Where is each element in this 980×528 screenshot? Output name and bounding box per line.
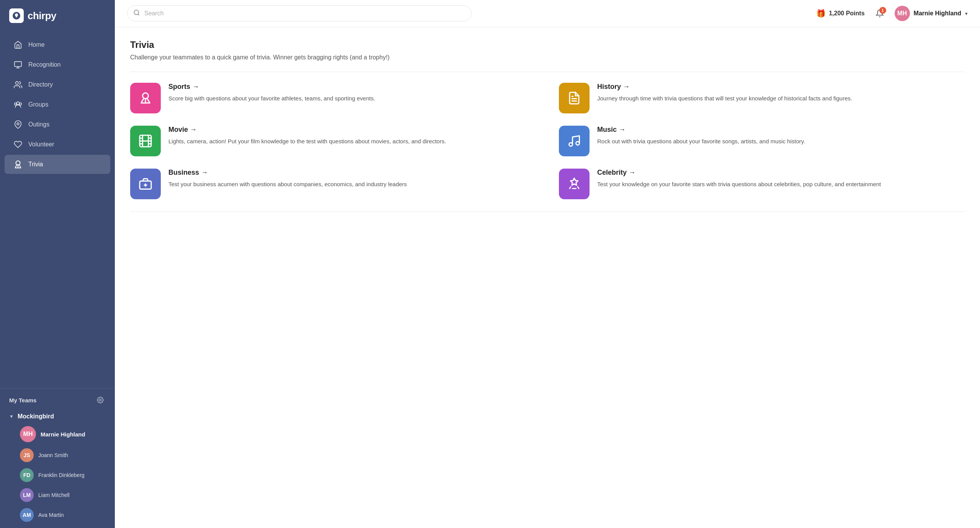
sidebar-item-recognition[interactable]: Recognition xyxy=(5,55,110,74)
sports-desc: Score big with questions about your favo… xyxy=(168,94,536,103)
logo-text: chirpy xyxy=(28,10,56,22)
music-title: Music → xyxy=(597,126,965,134)
svg-point-12 xyxy=(143,93,149,99)
my-teams-header: My Teams xyxy=(9,395,106,405)
header-right: 🎁 1,200 Points 1 MH Marnie Highland ▾ xyxy=(816,6,968,21)
logo[interactable]: chirpy xyxy=(0,0,115,31)
sidebar-label-directory: Directory xyxy=(28,81,53,88)
business-title: Business → xyxy=(168,169,536,177)
trivia-icon xyxy=(14,160,22,169)
profile-name: Marnie Highland xyxy=(914,10,961,17)
sidebar-item-home[interactable]: Home xyxy=(5,35,110,54)
svg-line-11 xyxy=(138,14,139,15)
avatar-liam: LM xyxy=(20,488,34,502)
avatar-marnie: MH xyxy=(20,426,36,442)
music-info: Music → Rock out with trivia questions a… xyxy=(597,126,965,146)
search-icon xyxy=(133,9,140,18)
business-desc: Test your business acumen with questions… xyxy=(168,180,536,189)
member-name-marnie: Marnie Highland xyxy=(41,431,85,438)
svg-point-10 xyxy=(134,10,139,15)
celebrity-title: Celebrity → xyxy=(597,169,965,177)
movie-title: Movie → xyxy=(168,126,536,134)
bottom-divider xyxy=(130,212,965,212)
celebrity-icon xyxy=(559,169,590,199)
main-area: 🎁 1,200 Points 1 MH Marnie Highland ▾ Tr… xyxy=(115,0,980,528)
category-history[interactable]: History → Journey through time with triv… xyxy=(559,83,965,113)
team-member-franklin[interactable]: FD Franklin Dinkleberg xyxy=(9,465,106,485)
sidebar-item-trivia[interactable]: Trivia xyxy=(5,155,110,174)
chevron-down-icon: ▼ xyxy=(9,414,14,419)
my-teams-section: My Teams ▼ Mockingbird MH Marnie Highlan… xyxy=(0,388,115,528)
sidebar-item-volunteer[interactable]: Volunteer xyxy=(5,135,110,154)
category-sports[interactable]: Sports → Score big with questions about … xyxy=(130,83,536,113)
sidebar-item-directory[interactable]: Directory xyxy=(5,75,110,94)
header: 🎁 1,200 Points 1 MH Marnie Highland ▾ xyxy=(115,0,980,27)
home-icon xyxy=(14,41,22,49)
groups-icon xyxy=(14,100,22,109)
music-desc: Rock out with trivia questions about you… xyxy=(597,137,965,146)
team-member-joann[interactable]: JS Joann Smith xyxy=(9,445,106,465)
gift-icon: 🎁 xyxy=(816,9,826,18)
page-content: Trivia Challenge your teammates to a qui… xyxy=(115,27,980,528)
directory-icon xyxy=(14,80,22,89)
sidebar-nav: Home Recognition Directory Groups xyxy=(0,31,115,388)
recognition-icon xyxy=(14,61,22,69)
member-name-joann: Joann Smith xyxy=(38,452,68,458)
category-grid: Sports → Score big with questions about … xyxy=(130,83,965,199)
team-member-marnie[interactable]: MH Marnie Highland xyxy=(9,423,106,445)
gear-button[interactable] xyxy=(95,395,106,405)
avatar-joann: JS xyxy=(20,448,34,462)
movie-icon xyxy=(130,126,161,156)
notification-button[interactable]: 1 xyxy=(872,6,887,21)
page-title: Trivia xyxy=(130,39,965,50)
points-text: 1,200 Points xyxy=(829,10,864,17)
team-member-ava[interactable]: AM Ava Martin xyxy=(9,505,106,525)
svg-point-24 xyxy=(569,143,573,146)
celebrity-desc: Test your knowledge on your favorite sta… xyxy=(597,180,965,189)
profile-avatar: MH xyxy=(895,6,910,21)
sports-title: Sports → xyxy=(168,83,536,91)
sidebar-label-trivia: Trivia xyxy=(28,161,43,168)
sidebar-item-groups[interactable]: Groups xyxy=(5,95,110,114)
history-desc: Journey through time with trivia questio… xyxy=(597,94,965,103)
sidebar-label-groups: Groups xyxy=(28,101,48,108)
sidebar-label-volunteer: Volunteer xyxy=(28,141,54,148)
member-name-franklin: Franklin Dinkleberg xyxy=(38,472,85,478)
sidebar-label-home: Home xyxy=(28,41,45,48)
notification-count: 1 xyxy=(879,7,886,14)
team-name: Mockingbird xyxy=(18,413,54,420)
sports-info: Sports → Score big with questions about … xyxy=(168,83,536,103)
svg-point-5 xyxy=(20,103,21,105)
profile-chevron-icon: ▾ xyxy=(965,11,968,16)
svg-point-25 xyxy=(576,142,580,145)
my-teams-title: My Teams xyxy=(9,397,36,403)
sidebar-label-outings: Outings xyxy=(28,121,49,128)
category-celebrity[interactable]: Celebrity → Test your knowledge on your … xyxy=(559,169,965,199)
svg-point-2 xyxy=(16,82,18,84)
volunteer-icon xyxy=(14,140,22,149)
svg-point-6 xyxy=(17,123,19,125)
top-divider xyxy=(130,72,965,72)
sidebar: chirpy Home Recognition Directory xyxy=(0,0,115,528)
search-bar xyxy=(127,5,472,21)
sidebar-label-recognition: Recognition xyxy=(28,61,61,68)
search-input[interactable] xyxy=(127,5,472,21)
avatar-franklin: FD xyxy=(20,468,34,482)
logo-icon xyxy=(9,8,24,23)
points-badge: 🎁 1,200 Points xyxy=(816,9,864,18)
category-music[interactable]: Music → Rock out with trivia questions a… xyxy=(559,126,965,156)
team-mockingbird[interactable]: ▼ Mockingbird xyxy=(9,410,106,423)
history-info: History → Journey through time with triv… xyxy=(597,83,965,103)
celebrity-info: Celebrity → Test your knowledge on your … xyxy=(597,169,965,189)
page-subtitle: Challenge your teammates to a quick game… xyxy=(130,54,965,61)
sports-icon xyxy=(130,83,161,113)
team-member-liam[interactable]: LM Liam Mitchell xyxy=(9,485,106,505)
svg-rect-1 xyxy=(15,62,21,67)
sidebar-item-outings[interactable]: Outings xyxy=(5,115,110,134)
history-icon xyxy=(559,83,590,113)
category-movie[interactable]: Movie → Lights, camera, action! Put your… xyxy=(130,126,536,156)
user-profile[interactable]: MH Marnie Highland ▾ xyxy=(895,6,968,21)
svg-point-3 xyxy=(16,102,19,105)
category-business[interactable]: Business → Test your business acumen wit… xyxy=(130,169,536,199)
music-icon xyxy=(559,126,590,156)
